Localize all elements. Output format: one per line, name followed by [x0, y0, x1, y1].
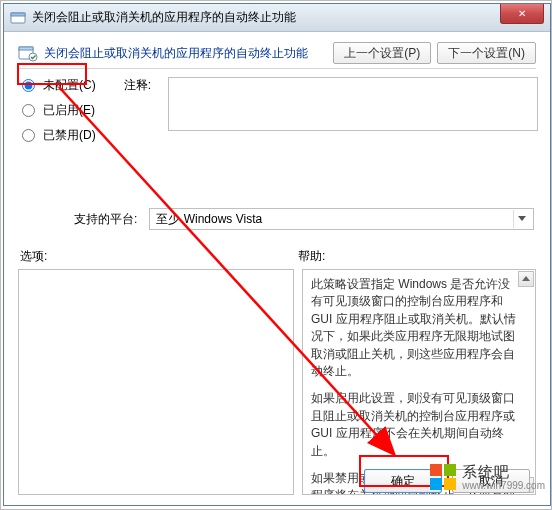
chevron-down-icon: [513, 210, 529, 228]
cancel-button[interactable]: 取消: [452, 469, 530, 493]
titlebar[interactable]: 关闭会阻止或取消关机的应用程序的自动终止功能 ✕: [4, 4, 550, 32]
radio-enabled-label: 已启用(E): [43, 102, 95, 119]
radio-not-configured[interactable]: [22, 79, 35, 92]
platform-select[interactable]: 至少 Windows Vista: [149, 208, 534, 230]
options-pane: [18, 269, 294, 495]
policy-icon: [18, 44, 38, 62]
divider: [18, 68, 536, 69]
content-area: 关闭会阻止或取消关机的应用程序的自动终止功能 上一个设置(P) 下一个设置(N)…: [4, 32, 550, 495]
radio-disabled-label: 已禁用(D): [43, 127, 96, 144]
platform-value: 至少 Windows Vista: [156, 211, 262, 228]
dialog-buttons: 确定 取消: [4, 469, 550, 493]
window-title: 关闭会阻止或取消关机的应用程序的自动终止功能: [32, 9, 500, 26]
section-labels: 选项: 帮助:: [18, 248, 536, 265]
ok-button[interactable]: 确定: [364, 469, 442, 493]
prev-setting-button[interactable]: 上一个设置(P): [333, 42, 431, 64]
comment-textarea[interactable]: [168, 77, 538, 131]
panes: 此策略设置指定 Windows 是否允许没有可见顶级窗口的控制台应用程序和 GU…: [18, 269, 536, 495]
radio-not-configured-label: 未配置(C): [43, 77, 96, 94]
svg-rect-1: [11, 13, 25, 16]
window-icon: [10, 10, 26, 26]
state-radio-group: 未配置(C) 注释: 已启用(E) 已禁用(D) 支持的平台: 至少 Windo…: [18, 77, 536, 230]
radio-enabled[interactable]: [22, 104, 35, 117]
comment-label: 注释:: [124, 77, 151, 94]
help-paragraph-1: 此策略设置指定 Windows 是否允许没有可见顶级窗口的控制台应用程序和 GU…: [311, 276, 517, 380]
options-label: 选项:: [18, 248, 298, 265]
policy-editor-window: 关闭会阻止或取消关机的应用程序的自动终止功能 ✕ 关闭会阻止或取消关机的应用程序…: [3, 3, 551, 506]
radio-disabled[interactable]: [22, 129, 35, 142]
header-row: 关闭会阻止或取消关机的应用程序的自动终止功能 上一个设置(P) 下一个设置(N): [18, 42, 536, 64]
close-icon: ✕: [518, 8, 526, 19]
help-label: 帮助:: [298, 248, 325, 265]
help-paragraph-2: 如果启用此设置，则没有可见顶级窗口且阻止或取消关机的控制台应用程序或 GUI 应…: [311, 390, 517, 460]
svg-rect-3: [19, 47, 33, 50]
policy-heading: 关闭会阻止或取消关机的应用程序的自动终止功能: [44, 45, 308, 62]
svg-point-4: [29, 53, 37, 61]
platform-label: 支持的平台:: [74, 211, 137, 228]
scroll-up-button[interactable]: [518, 271, 534, 287]
next-setting-button[interactable]: 下一个设置(N): [437, 42, 536, 64]
close-button[interactable]: ✕: [500, 4, 544, 24]
help-pane: 此策略设置指定 Windows 是否允许没有可见顶级窗口的控制台应用程序和 GU…: [302, 269, 536, 495]
